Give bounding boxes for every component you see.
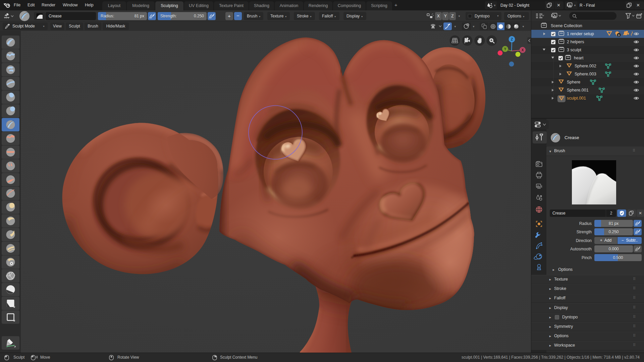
svg-text:sculpt.001: sculpt.001 xyxy=(567,96,586,101)
svg-text:Y: Y xyxy=(504,47,506,51)
svg-text:Z: Z xyxy=(511,38,513,41)
svg-text:1 render setup: 1 render setup xyxy=(567,32,594,36)
svg-text:Sphere.002: Sphere.002 xyxy=(575,64,596,68)
svg-text:Sphere.003: Sphere.003 xyxy=(575,72,596,76)
svg-text:Sphere: Sphere xyxy=(567,80,580,84)
svg-text:9: 9 xyxy=(618,33,620,37)
svg-text:Sphere.001: Sphere.001 xyxy=(567,88,589,93)
svg-text:3 sculpt: 3 sculpt xyxy=(567,48,582,52)
svg-text:heart: heart xyxy=(574,56,584,60)
svg-text:X: X xyxy=(522,48,524,52)
svg-text:Scene Collection: Scene Collection xyxy=(551,23,582,28)
svg-text:2 helpers: 2 helpers xyxy=(567,40,584,44)
